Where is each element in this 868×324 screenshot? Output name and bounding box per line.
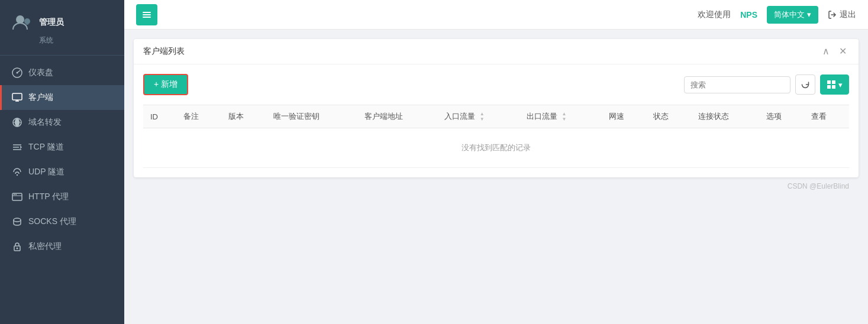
- grid-icon: [827, 80, 836, 89]
- svg-point-13: [14, 218, 21, 222]
- sidebar-item-socks-proxy[interactable]: SOCKS 代理: [0, 209, 124, 234]
- sidebar-username: 管理员: [39, 17, 64, 28]
- col-inflow[interactable]: 入口流量 ▲▼: [437, 105, 519, 128]
- sidebar-nav: 仪表盘 客户端 域名转发: [0, 56, 124, 324]
- col-conn-status: 连接状态: [691, 105, 759, 128]
- sidebar-item-label: TCP 隧道: [28, 142, 64, 153]
- sidebar-item-label: HTTP 代理: [28, 192, 69, 202]
- col-client-addr: 客户端地址: [357, 105, 437, 128]
- client-table: ID 备注 版本 唯一验证密钥 客户端地址 入口流量 ▲▼ 出口流量: [143, 105, 849, 168]
- app-name: NPS: [740, 10, 757, 20]
- main-content: 欢迎使用 NPS 简体中文 ▾ 退出 客户端列表 ∧ ✕: [124, 0, 868, 324]
- svg-rect-18: [143, 17, 151, 18]
- card-collapse-button[interactable]: ∧: [820, 47, 832, 56]
- topbar-right: 欢迎使用 NPS 简体中文 ▾ 退出: [698, 6, 856, 24]
- col-outflow[interactable]: 出口流量 ▲▼: [519, 105, 602, 128]
- svg-rect-16: [143, 12, 151, 13]
- svg-point-0: [16, 15, 24, 24]
- svg-rect-19: [827, 80, 831, 84]
- no-data-message: 没有找到匹配的记录: [143, 128, 849, 168]
- sidebar-item-label: 私密代理: [28, 241, 62, 252]
- col-version: 版本: [221, 105, 266, 128]
- sidebar-item-domain-forward[interactable]: 域名转发: [0, 110, 124, 135]
- chevron-down-icon: ▾: [838, 80, 843, 89]
- sort-arrows-outflow: ▲▼: [562, 112, 567, 122]
- card-title: 客户端列表: [143, 46, 185, 57]
- card-header-actions: ∧ ✕: [820, 47, 849, 56]
- logout-label: 退出: [840, 9, 856, 20]
- sidebar-item-label: UDP 隧道: [28, 167, 64, 177]
- add-client-button[interactable]: + 新增: [143, 74, 188, 95]
- client-icon: [12, 92, 22, 103]
- sidebar-item-label: 仪表盘: [28, 67, 53, 78]
- col-auth-key: 唯一验证密钥: [266, 105, 358, 128]
- sidebar-item-http-proxy[interactable]: HTTP 代理: [0, 184, 124, 209]
- svg-point-8: [17, 174, 18, 176]
- sidebar: 管理员 系统 仪表盘 客户端: [0, 0, 124, 324]
- col-status: 状态: [646, 105, 691, 128]
- col-options: 选项: [759, 105, 804, 128]
- card-close-button[interactable]: ✕: [837, 47, 849, 56]
- page-content: 客户端列表 ∧ ✕ + 新增: [124, 30, 868, 324]
- card-header: 客户端列表 ∧ ✕: [134, 39, 859, 64]
- svg-point-3: [17, 72, 18, 74]
- table-header: ID 备注 版本 唯一验证密钥 客户端地址 入口流量 ▲▼ 出口流量: [143, 105, 849, 128]
- sidebar-role: 系统: [39, 35, 53, 46]
- sidebar-item-client[interactable]: 客户端: [0, 85, 124, 110]
- domain-icon: [12, 117, 22, 128]
- col-view: 查看: [804, 105, 849, 128]
- toolbar-right: ▾: [684, 74, 849, 95]
- col-id: ID: [143, 105, 176, 128]
- tcp-icon: [12, 142, 22, 153]
- logout-button[interactable]: 退出: [828, 9, 856, 20]
- client-list-card: 客户端列表 ∧ ✕ + 新增: [134, 39, 859, 177]
- search-input[interactable]: [684, 76, 790, 93]
- lang-label: 简体中文: [774, 9, 805, 20]
- svg-rect-22: [832, 85, 835, 89]
- watermark: CSDN @EulerBlind: [134, 177, 859, 193]
- sidebar-item-tcp-tunnel[interactable]: TCP 隧道: [0, 135, 124, 160]
- private-icon: [12, 241, 22, 252]
- svg-rect-21: [827, 85, 831, 89]
- svg-point-12: [15, 194, 17, 195]
- udp-icon: [12, 167, 22, 177]
- table-body: 没有找到匹配的记录: [143, 128, 849, 168]
- sort-arrows-inflow: ▲▼: [480, 112, 485, 122]
- sidebar-item-dashboard[interactable]: 仪表盘: [0, 60, 124, 85]
- dashboard-icon: [12, 67, 22, 78]
- socks-icon: [12, 216, 22, 227]
- logout-icon: [828, 10, 837, 20]
- welcome-text: 欢迎使用: [698, 9, 731, 20]
- toolbar: + 新增: [143, 74, 849, 95]
- sidebar-user-section: 管理员 系统: [0, 0, 124, 56]
- no-data-row: 没有找到匹配的记录: [143, 128, 849, 168]
- menu-toggle-button[interactable]: [136, 4, 157, 25]
- sidebar-item-udp-tunnel[interactable]: UDP 隧道: [0, 160, 124, 184]
- language-button[interactable]: 简体中文 ▾: [767, 6, 818, 24]
- svg-point-15: [17, 248, 18, 250]
- svg-rect-20: [832, 80, 835, 84]
- col-net-speed: 网速: [602, 105, 647, 128]
- sidebar-item-label: 客户端: [28, 92, 53, 103]
- refresh-icon: [801, 80, 810, 89]
- sidebar-item-private-proxy[interactable]: 私密代理: [0, 234, 124, 259]
- sidebar-item-label: SOCKS 代理: [28, 216, 76, 227]
- svg-point-1: [24, 18, 30, 24]
- view-toggle-button[interactable]: ▾: [820, 74, 849, 95]
- card-body: + 新增: [134, 64, 859, 177]
- chevron-down-icon: ▾: [807, 10, 811, 19]
- svg-rect-17: [143, 14, 151, 15]
- http-icon: [12, 192, 22, 202]
- svg-rect-4: [12, 93, 22, 100]
- sidebar-item-label: 域名转发: [28, 117, 62, 128]
- col-remark: 备注: [176, 105, 221, 128]
- topbar: 欢迎使用 NPS 简体中文 ▾ 退出: [124, 0, 868, 30]
- svg-point-11: [14, 194, 15, 195]
- refresh-button[interactable]: [795, 74, 815, 95]
- avatar: [12, 12, 33, 33]
